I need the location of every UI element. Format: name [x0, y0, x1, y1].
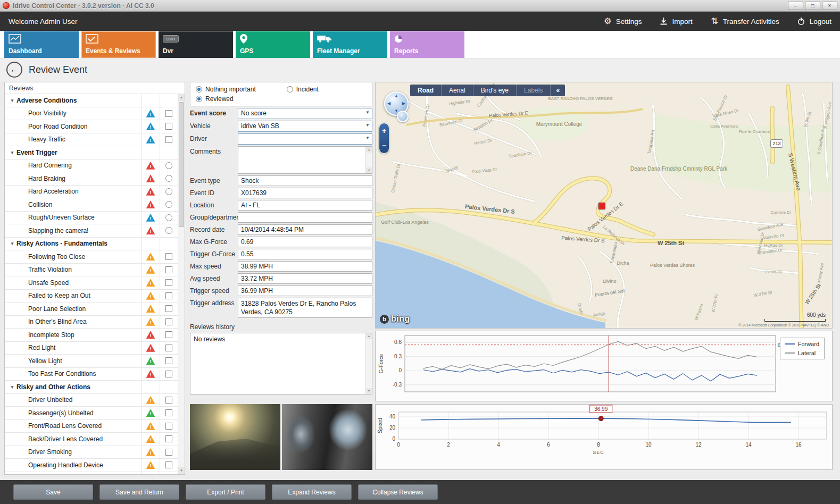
- tab-fleet[interactable]: Fleet Manager: [313, 31, 387, 58]
- settings-button[interactable]: ⚙Settings: [604, 17, 642, 26]
- comments-textarea[interactable]: ▲▼: [238, 146, 372, 174]
- review-item-row[interactable]: Back/Driver Lens Covered: [5, 433, 178, 446]
- driver-dropdown[interactable]: [238, 133, 372, 145]
- review-item-row[interactable]: Too Fast For Conditions: [5, 368, 178, 381]
- scrollbar[interactable]: ▲▼: [365, 147, 372, 173]
- scrollbar[interactable]: ▲▼: [365, 333, 372, 394]
- status-option-reviewed[interactable]: Reviewed: [196, 95, 234, 103]
- review-item-row[interactable]: Following Too Close: [5, 250, 178, 264]
- radio-icon[interactable]: [287, 86, 293, 93]
- review-item-row[interactable]: Front/Road Lens Covered: [5, 420, 178, 433]
- collapse-arrow-icon[interactable]: [8, 150, 16, 155]
- collapse-arrow-icon[interactable]: [8, 98, 16, 103]
- zoom-out-button[interactable]: −: [379, 138, 389, 153]
- review-item-radio[interactable]: [165, 175, 172, 182]
- review-item-radio[interactable]: [165, 162, 172, 169]
- save-and-return-button[interactable]: Save and Return: [99, 484, 179, 500]
- review-category-row[interactable]: Risky and Other Actions: [5, 381, 178, 394]
- scroll-down-icon[interactable]: ▼: [366, 167, 372, 173]
- scroll-up-icon[interactable]: [178, 94, 185, 101]
- radio-selected-icon[interactable]: [196, 86, 202, 93]
- review-item-checkbox[interactable]: [165, 461, 172, 468]
- review-item-checkbox[interactable]: [165, 136, 172, 143]
- review-item-row[interactable]: Hard Acceleration: [5, 186, 178, 199]
- collapse-arrow-icon[interactable]: [8, 241, 16, 246]
- back-button[interactable]: ←: [6, 62, 22, 78]
- review-item-checkbox[interactable]: [165, 305, 172, 312]
- review-item-checkbox[interactable]: [165, 331, 172, 338]
- review-item-row[interactable]: Yellow Light: [5, 355, 178, 368]
- reviews-history-box[interactable]: No reviews ▲▼: [190, 333, 372, 394]
- review-item-checkbox[interactable]: [165, 279, 172, 286]
- review-category-row[interactable]: Event Trigger: [5, 146, 178, 159]
- scrollbar-thumb[interactable]: [179, 102, 184, 227]
- logout-button[interactable]: Logout: [797, 18, 831, 26]
- import-button[interactable]: Import: [660, 18, 692, 26]
- review-item-row[interactable]: Collision: [5, 198, 178, 212]
- pan-left-icon[interactable]: [387, 102, 390, 106]
- radio-selected-icon[interactable]: [196, 96, 202, 102]
- review-item-row[interactable]: Poor Lane Selection: [5, 303, 178, 316]
- pan-up-icon[interactable]: [394, 94, 398, 98]
- scroll-down-icon[interactable]: [178, 467, 185, 474]
- review-item-checkbox[interactable]: [165, 409, 172, 416]
- review-category-row[interactable]: Adverse Conditions: [5, 94, 178, 107]
- review-category-row[interactable]: Risky Actions - Fundamentals: [5, 238, 178, 251]
- tab-reports[interactable]: Reports: [390, 31, 464, 58]
- review-item-row[interactable]: Hard Cornering: [5, 159, 178, 173]
- map-rotate-knob[interactable]: [397, 111, 409, 122]
- review-item-row[interactable]: Heavy Traffic: [5, 133, 178, 147]
- review-item-row[interactable]: Operating Handled Device: [5, 459, 178, 472]
- review-item-radio[interactable]: [165, 227, 172, 234]
- status-option-nothing-important[interactable]: Nothing important: [196, 86, 256, 93]
- close-button[interactable]: ×: [822, 2, 837, 10]
- review-item-row[interactable]: Hard Braking: [5, 172, 178, 186]
- front-camera-video[interactable]: [190, 404, 280, 470]
- review-item-checkbox[interactable]: [165, 266, 172, 273]
- map-style-aerial[interactable]: Aerial: [442, 85, 473, 96]
- event-score-dropdown[interactable]: No score: [238, 108, 372, 119]
- pan-right-icon[interactable]: [402, 102, 405, 106]
- review-item-checkbox[interactable]: [165, 253, 172, 260]
- zoom-in-button[interactable]: +: [379, 123, 389, 138]
- tab-gps[interactable]: GPS: [236, 31, 310, 58]
- review-item-row[interactable]: In Other's Blind Area: [5, 316, 178, 329]
- review-item-row[interactable]: [5, 472, 178, 475]
- review-item-row[interactable]: Failed to Keep an Out: [5, 290, 178, 303]
- review-item-row[interactable]: Unsafe Speed: [5, 276, 178, 290]
- review-item-radio[interactable]: [165, 201, 172, 208]
- review-item-checkbox[interactable]: [165, 435, 172, 442]
- transfer-button[interactable]: ⇅Transfer Activities: [711, 17, 779, 26]
- review-item-row[interactable]: Rough/Uneven Surface: [5, 212, 178, 225]
- map-panel[interactable]: EAST RANCHO PALOS VERDESMarymount Colleg…: [375, 82, 833, 329]
- review-item-row[interactable]: Driver Unbelted: [5, 394, 178, 407]
- collapse-reviews-button[interactable]: Collapse Reviews: [358, 484, 438, 500]
- review-item-checkbox[interactable]: [165, 318, 172, 325]
- scroll-up-icon[interactable]: ▲: [366, 147, 372, 153]
- review-item-row[interactable]: Traffic Violation: [5, 264, 178, 277]
- review-item-checkbox[interactable]: [165, 345, 172, 351]
- vehicle-dropdown[interactable]: idrive Van SB: [238, 121, 372, 132]
- review-item-checkbox[interactable]: [165, 371, 172, 377]
- review-item-radio[interactable]: [165, 214, 172, 221]
- tab-dashboard[interactable]: Dashboard: [4, 31, 79, 58]
- review-item-row[interactable]: Incomplete Stop: [5, 329, 178, 342]
- review-item-row[interactable]: Slapping the camera!: [5, 224, 178, 238]
- status-option-incident[interactable]: Incident: [287, 86, 319, 93]
- cabin-camera-video[interactable]: [282, 404, 372, 470]
- map-style-road[interactable]: Road: [410, 85, 442, 96]
- review-item-row[interactable]: Driver Smoking: [5, 446, 178, 459]
- collapse-arrow-icon[interactable]: [8, 384, 16, 390]
- review-item-checkbox[interactable]: [165, 110, 172, 117]
- review-item-checkbox[interactable]: [165, 449, 172, 456]
- tab-dvr[interactable]: DVRDvr: [159, 31, 233, 58]
- review-item-radio[interactable]: [165, 188, 172, 195]
- map-style-labels[interactable]: Labels: [517, 85, 551, 96]
- maximize-button[interactable]: □: [805, 2, 820, 10]
- map-collapse-button[interactable]: «: [551, 87, 565, 94]
- review-item-row[interactable]: Poor Road Condition: [5, 120, 178, 133]
- review-item-checkbox[interactable]: [165, 423, 172, 430]
- map-style-bird-s-eye[interactable]: Bird's eye: [473, 85, 517, 96]
- tab-events[interactable]: Events & Reviews: [81, 31, 156, 58]
- review-item-row[interactable]: Poor Visibility: [5, 107, 178, 121]
